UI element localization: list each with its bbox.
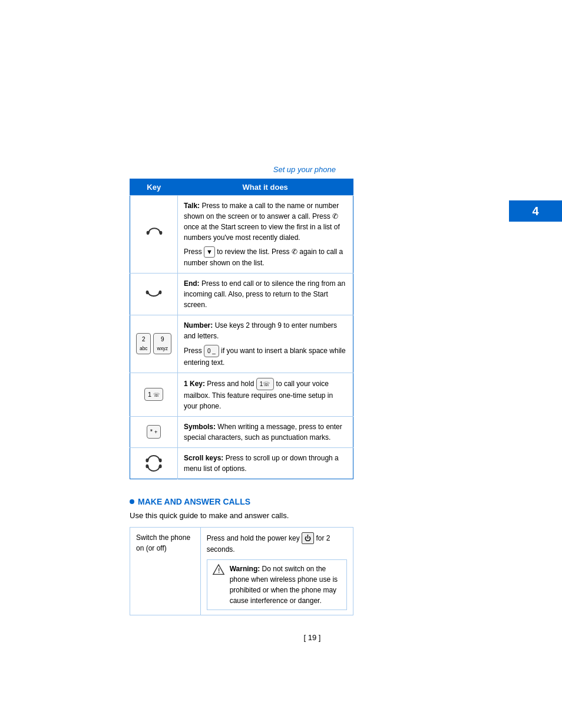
table-row: Switch the phone on (or off) Press and h… [130, 527, 353, 615]
svg-point-0 [147, 231, 150, 235]
scroll-up-svg [144, 453, 163, 463]
table-row: * + Symbols: When writing a message, pre… [130, 416, 353, 447]
key-icon-cell: * + [130, 416, 178, 447]
section-header: Set up your phone [130, 0, 495, 174]
chapter-number: 4 [532, 205, 538, 218]
table-row: Scroll keys: Press to scroll up or down … [130, 447, 353, 479]
symbols-desc-cell: Symbols: When writing a message, press t… [177, 416, 353, 447]
svg-text:!: ! [218, 568, 220, 574]
scroll-down-svg [144, 464, 163, 473]
key-0-icon: 0 _ [204, 345, 219, 357]
svg-point-3 [159, 291, 162, 294]
symbols-key-icon: * + [147, 425, 161, 439]
table-row: Talk: Press to make a call to the name o… [130, 196, 353, 274]
talk-key-icon [145, 226, 163, 238]
key-icon-cell [130, 273, 178, 315]
page-container: 4 Set up your phone Key What it does [0, 0, 562, 728]
page-number: [ 19 ] [130, 633, 495, 642]
talk-desc-1: Talk: Press to make a call to the name o… [184, 200, 347, 243]
key-icon-cell [130, 196, 178, 274]
key-icon-cell [130, 447, 178, 479]
svg-point-5 [159, 458, 162, 462]
guide-action-cell: Switch the phone on (or off) [130, 527, 201, 615]
bullet-icon [130, 499, 134, 504]
number-desc-2: Press 0 _ if you want to insert a blank … [184, 345, 347, 368]
key-1-icon: 1 ☏ [144, 388, 163, 401]
guide-table: Switch the phone on (or off) Press and h… [130, 527, 353, 616]
symbols-desc: Symbols: When writing a message, press t… [184, 421, 347, 443]
svg-point-4 [146, 458, 148, 462]
svg-point-6 [146, 464, 148, 467]
talk-desc-2: Press ▼ to review the list. Press ✆ agai… [184, 246, 347, 268]
svg-point-7 [159, 464, 162, 467]
table-header-key: Key [130, 179, 178, 196]
make-calls-title: MAKE AND ANSWER CALLS [138, 497, 250, 506]
section-header-text: Set up your phone [273, 165, 336, 174]
number-desc-1: Number: Use keys 2 through 9 to enter nu… [184, 320, 347, 341]
end-desc: End: Press to end call or to silence the… [184, 278, 347, 310]
guide-detail-text: Press and hold the power key ⏻ for 2 sec… [207, 532, 347, 555]
chapter-tab: 4 [509, 200, 562, 222]
svg-point-2 [146, 291, 149, 294]
number-keys-icon: 2 abc 9 wxyz [136, 333, 171, 354]
make-calls-subtitle: Use this quick guide to make and answer … [130, 511, 495, 520]
guide-detail-cell: Press and hold the power key ⏻ for 2 sec… [200, 527, 353, 615]
scroll-desc: Scroll keys: Press to scroll up or down … [184, 453, 347, 474]
end-svg [144, 286, 163, 299]
make-calls-section-title: MAKE AND ANSWER CALLS [130, 497, 495, 506]
warning-triangle-icon: ! [212, 564, 225, 577]
scroll-desc-cell: Scroll keys: Press to scroll up or down … [177, 447, 353, 479]
number-desc-cell: Number: Use keys 2 through 9 to enter nu… [177, 315, 353, 373]
svg-point-1 [160, 231, 163, 235]
key-icon-cell: 1 ☏ [130, 373, 178, 416]
scroll-keys-icon [136, 453, 171, 473]
content-area: Set up your phone Key What it does [130, 0, 495, 642]
key-9-icon: 9 wxyz [153, 333, 171, 354]
table-row: End: Press to end call or to silence the… [130, 273, 353, 315]
keys-table: Key What it does [130, 179, 353, 479]
key-1-inline: 1☏ [256, 378, 275, 390]
talk-svg [145, 226, 164, 239]
table-row: 2 abc 9 wxyz Number: Use keys 2 through … [130, 315, 353, 373]
end-desc-cell: End: Press to end call or to silence the… [177, 273, 353, 315]
end-key-icon [136, 286, 171, 302]
table-header-what: What it does [177, 179, 353, 196]
warning-text: Warning: Do not switch on the phone when… [230, 564, 342, 606]
talk-desc-cell: Talk: Press to make a call to the name o… [177, 196, 353, 274]
key-icon-cell: 2 abc 9 wxyz [130, 315, 178, 373]
onekey-desc-cell: 1 Key: Press and hold 1☏ to call your vo… [177, 373, 353, 416]
power-key-icon: ⏻ [302, 532, 314, 545]
onekey-desc: 1 Key: Press and hold 1☏ to call your vo… [184, 378, 347, 411]
table-row: 1 ☏ 1 Key: Press and hold 1☏ to call you… [130, 373, 353, 416]
key-2-icon: 2 abc [136, 333, 151, 354]
warning-box: ! Warning: Do not switch on the phone wh… [207, 559, 347, 610]
